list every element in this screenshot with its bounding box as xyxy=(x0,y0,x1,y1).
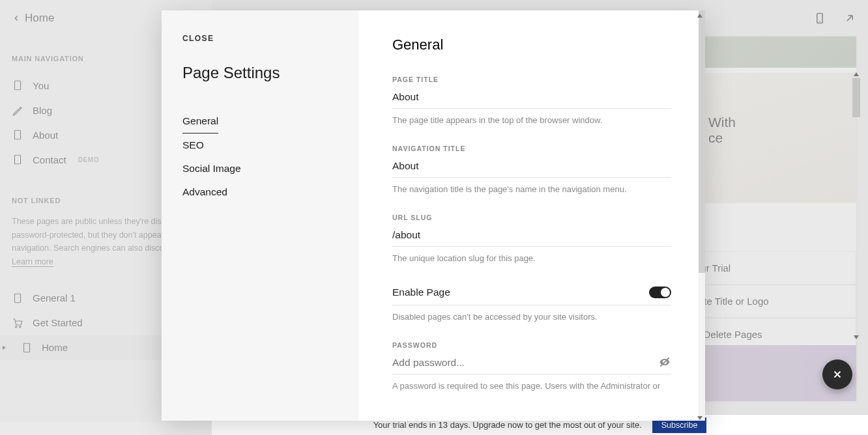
tab-social-image[interactable]: Social Image xyxy=(182,157,241,180)
close-icon xyxy=(832,369,843,380)
preview-scroll-up-icon[interactable] xyxy=(852,70,860,78)
nav-title-label: NAVIGATION TITLE xyxy=(392,145,671,152)
tab-general[interactable]: General xyxy=(182,109,218,133)
scroll-down-icon[interactable] xyxy=(696,414,704,422)
enable-page-toggle[interactable] xyxy=(649,287,671,298)
password-help: A password is required to see this page.… xyxy=(392,381,671,391)
url-slug-help: The unique location slug for this page. xyxy=(392,253,671,263)
password-label: PASSWORD xyxy=(392,341,671,349)
scroll-up-icon[interactable] xyxy=(696,12,704,20)
trial-text: Your trial ends in 13 days. Upgrade now … xyxy=(373,420,642,430)
page-title-label: PAGE TITLE xyxy=(392,76,671,83)
url-slug-label: URL SLUG xyxy=(392,214,671,221)
password-input[interactable] xyxy=(392,354,671,374)
section-heading: General xyxy=(392,36,671,53)
tab-advanced[interactable]: Advanced xyxy=(182,180,227,204)
close-fab[interactable] xyxy=(822,359,852,389)
modal-sidebar: CLOSE Page Settings General SEO Social I… xyxy=(162,10,358,421)
tab-seo[interactable]: SEO xyxy=(182,133,204,157)
url-slug-input[interactable] xyxy=(392,227,671,247)
page-title-input[interactable] xyxy=(392,89,671,109)
nav-title-help: The navigation title is the page's name … xyxy=(392,184,671,194)
modal-title: Page Settings xyxy=(182,64,338,82)
close-button[interactable]: CLOSE xyxy=(182,34,338,43)
visibility-off-icon[interactable] xyxy=(658,356,671,369)
enable-page-label: Enable Page xyxy=(392,287,450,298)
page-title-help: The page title appears in the top of the… xyxy=(392,115,671,125)
preview-scroll-down-icon[interactable] xyxy=(852,333,860,341)
nav-title-input[interactable] xyxy=(392,158,671,178)
page-settings-modal: CLOSE Page Settings General SEO Social I… xyxy=(162,10,705,421)
modal-scrollbar-thumb[interactable] xyxy=(699,10,705,273)
modal-content: General PAGE TITLE The page title appear… xyxy=(358,10,705,421)
enable-page-help: Disabled pages can't be accessed by your… xyxy=(392,312,671,322)
preview-scrollbar-thumb[interactable] xyxy=(852,78,860,117)
